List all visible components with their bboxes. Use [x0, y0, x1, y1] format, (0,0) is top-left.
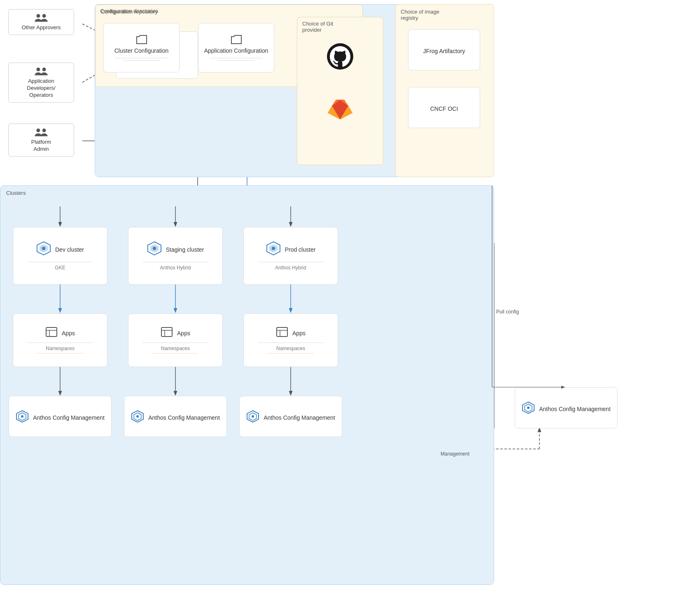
prod-cluster-label: Prod cluster — [285, 246, 316, 253]
jfrog-label: JFrog Artifactory — [423, 47, 465, 55]
dev-anthos-label: Anthos Config Management — [33, 414, 105, 421]
anthos-icon-dev — [16, 410, 29, 423]
dev-cluster-label: Dev cluster — [55, 246, 84, 253]
prod-cluster-card: Prod cluster Anthos Hybrid — [243, 227, 338, 285]
folder-icon-app — [231, 35, 242, 44]
svg-rect-64 — [161, 327, 172, 337]
svg-point-69 — [136, 415, 139, 418]
prod-cluster-sublabel: Anthos Hybrid — [275, 265, 306, 271]
other-approvers-box: Other Approvers — [8, 9, 74, 35]
anthos4-card: Anthos Config Management — [515, 387, 618, 428]
app-config-label: Application Configuration — [204, 47, 268, 54]
staging-anthos-label: Anthos Config Management — [148, 414, 220, 421]
prod-anthos-label: Anthos Config Management — [264, 414, 335, 421]
github-logo — [326, 42, 355, 72]
other-approvers-label: Other Approvers — [22, 24, 61, 31]
staging-apps-label: Apps — [177, 330, 190, 337]
svg-point-78 — [252, 415, 254, 418]
cluster-config-card: Cluster Configuration — [103, 23, 180, 72]
svg-point-37 — [36, 129, 40, 132]
clusters-label: Clusters — [6, 190, 26, 196]
cluster-config-label: Cluster Configuration — [114, 47, 169, 54]
apps-icon-staging — [161, 327, 173, 337]
image-registry-region: Choice of image registry JFrog Artifacto… — [395, 4, 494, 177]
dev-apps-sublabel: Namespaces — [46, 346, 75, 351]
apps-icon-dev — [45, 327, 58, 337]
folder-icon-cluster — [136, 35, 147, 44]
svg-point-54 — [42, 247, 45, 250]
anthos-icon-4 — [522, 401, 535, 414]
svg-point-36 — [42, 68, 46, 71]
cncf-label: CNCF OCI — [430, 105, 458, 112]
staging-cluster-card: Staging cluster Anthos Hybrid — [128, 227, 223, 285]
dev-cluster-card: Dev cluster GKE — [13, 227, 107, 285]
git-provider-region: Choice of Git provider — [297, 17, 383, 165]
image-registry-label: Choice of image registry — [401, 9, 439, 21]
svg-point-63 — [153, 247, 156, 250]
prod-apps-card: Apps Namespaces — [243, 313, 338, 367]
clusters-region: Clusters Dev cluster GKE — [0, 185, 494, 585]
svg-point-34 — [42, 14, 46, 18]
prod-apps-label: Apps — [292, 330, 306, 337]
dev-apps-label: Apps — [62, 330, 75, 337]
staging-apps-sublabel: Namespaces — [161, 346, 190, 351]
prod-apps-sublabel: Namespaces — [276, 346, 305, 351]
people-icon-admin — [35, 127, 48, 137]
staging-cluster-icon — [147, 241, 162, 256]
anthos4-label: Anthos Config Management — [539, 405, 611, 413]
svg-rect-55 — [46, 327, 57, 337]
cncf-card: CNCF OCI — [408, 87, 480, 128]
staging-apps-card: Apps Namespaces — [128, 313, 223, 367]
platform-admin-box: PlatformAdmin — [8, 124, 74, 157]
jfrog-card: JFrog Artifactory — [408, 29, 480, 70]
gitlab-logo — [326, 96, 355, 126]
apps-icon-prod — [276, 327, 288, 337]
svg-point-60 — [21, 415, 23, 418]
app-developers-box: ApplicationDevelopers/Operators — [8, 63, 74, 103]
staging-cluster-label: Staging cluster — [166, 246, 204, 253]
platform-admin-label: PlatformAdmin — [31, 139, 51, 153]
dev-cluster-sublabel: GKE — [55, 265, 65, 271]
svg-point-38 — [42, 129, 46, 132]
svg-rect-73 — [277, 327, 287, 337]
anthos-icon-prod — [246, 410, 259, 423]
app-developers-label: ApplicationDevelopers/Operators — [27, 78, 55, 99]
config-repo-region: Configuration repository Approve Commits… — [95, 4, 416, 177]
people-icon-devs — [35, 66, 48, 76]
svg-point-35 — [36, 68, 40, 71]
pull-config-label: Pull config — [496, 309, 519, 315]
svg-point-92 — [527, 407, 530, 409]
people-icon-approvers — [35, 13, 48, 23]
anthos-icon-staging — [131, 410, 144, 423]
svg-point-72 — [272, 247, 275, 250]
config-dirs-label: Configuration directories — [100, 8, 158, 14]
prod-anthos-card: Anthos Config Management — [239, 396, 342, 437]
dev-cluster-icon — [36, 241, 51, 256]
staging-anthos-card: Anthos Config Management — [124, 396, 227, 437]
dev-anthos-card: Anthos Config Management — [9, 396, 112, 437]
dev-apps-card: Apps Namespaces — [13, 313, 107, 367]
svg-point-33 — [36, 14, 40, 18]
prod-cluster-icon — [266, 241, 281, 256]
git-provider-label: Choice of Git provider — [302, 21, 333, 33]
staging-cluster-sublabel: Anthos Hybrid — [160, 265, 191, 271]
management-label: Management — [441, 451, 469, 457]
app-config-card: Application Configuration — [198, 23, 274, 72]
